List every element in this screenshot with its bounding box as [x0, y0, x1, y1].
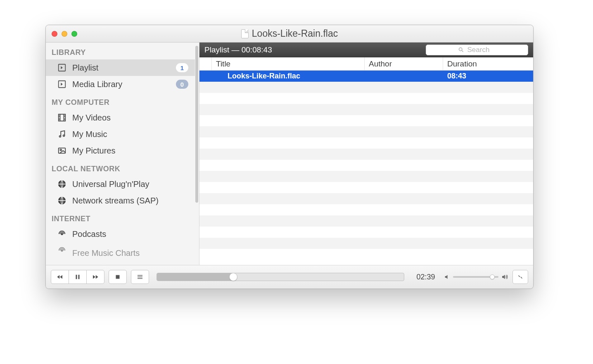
cell-duration: 08:43: [443, 72, 533, 80]
volume-high-icon: [501, 273, 508, 281]
playlist-icon: [57, 63, 66, 72]
playlist-header: Playlist — 00:08:43: [199, 43, 533, 57]
window-title: Looks-Like-Rain.flac: [252, 28, 338, 39]
table-row: [199, 149, 533, 160]
stop-button[interactable]: [109, 270, 127, 284]
column-author[interactable]: Author: [365, 57, 443, 70]
table-header: Title Author Duration: [199, 57, 533, 71]
table-row: [199, 182, 533, 193]
fullscreen-button[interactable]: [512, 270, 528, 284]
playlist-toggle-button[interactable]: [131, 270, 149, 284]
table-row: [199, 104, 533, 115]
volume-knob[interactable]: [490, 274, 495, 279]
sidebar-item-label: Universal Plug'n'Play: [72, 180, 188, 189]
playlist-header-label: Playlist — 00:08:43: [204, 45, 420, 54]
table-row: [199, 82, 533, 93]
sidebar-item-label: My Music: [72, 130, 188, 139]
sidebar-section-library: LIBRARY: [46, 43, 195, 59]
next-button[interactable]: [86, 270, 104, 284]
svg-rect-13: [78, 275, 80, 279]
table-row: [199, 238, 533, 249]
sidebar-item-my-videos[interactable]: My Videos: [46, 109, 195, 126]
pictures-icon: [57, 146, 66, 155]
table-row: [199, 137, 533, 149]
search-field[interactable]: [426, 45, 528, 55]
svg-rect-2: [59, 114, 66, 121]
network-icon: [57, 196, 66, 205]
table-body: Looks-Like-Rain.flac 08:43: [199, 71, 533, 265]
volume-control: [444, 273, 508, 281]
minimize-window-button[interactable]: [62, 31, 67, 37]
volume-slider[interactable]: [453, 276, 498, 278]
search-input[interactable]: [467, 46, 496, 54]
network-icon: [57, 180, 66, 189]
zoom-window-button[interactable]: [71, 31, 77, 37]
sidebar: LIBRARY Playlist 1 Media Library 0 MY CO…: [46, 43, 199, 265]
podcast-icon: [57, 246, 66, 255]
close-window-button[interactable]: [52, 31, 57, 37]
volume-low-icon: [444, 274, 451, 280]
svg-rect-14: [116, 275, 120, 279]
svg-point-6: [60, 149, 62, 151]
document-icon: [241, 29, 249, 38]
app-window: Looks-Like-Rain.flac LIBRARY Playlist 1: [45, 25, 534, 289]
seek-bar[interactable]: [157, 273, 404, 281]
svg-point-10: [61, 250, 63, 251]
seek-knob[interactable]: [229, 273, 237, 281]
transport-group: [51, 270, 104, 284]
svg-rect-12: [76, 275, 77, 279]
sidebar-scrollbar[interactable]: [195, 46, 198, 203]
table-row: [199, 171, 533, 182]
pause-button[interactable]: [69, 270, 87, 284]
sidebar-item-label: My Videos: [72, 113, 188, 123]
table-row: [199, 215, 533, 227]
control-bar: 02:39: [46, 265, 533, 288]
table-row: [199, 160, 533, 171]
window-body: LIBRARY Playlist 1 Media Library 0 MY CO…: [46, 43, 533, 265]
table-row: [199, 204, 533, 215]
sidebar-section-internet: INTERNET: [46, 209, 195, 226]
sidebar-item-label: Free Music Charts: [72, 248, 188, 258]
sidebar-section-my-computer: MY COMPUTER: [46, 92, 195, 109]
sidebar-item-podcasts[interactable]: Podcasts: [46, 226, 195, 242]
sidebar-badge: 0: [176, 80, 188, 89]
sidebar-item-label: My Pictures: [72, 146, 188, 156]
media-library-icon: [57, 80, 66, 89]
film-icon: [57, 113, 66, 122]
svg-point-4: [63, 135, 65, 137]
main-pane: Playlist — 00:08:43 Title Author Duratio…: [199, 43, 533, 265]
music-icon: [57, 130, 66, 139]
search-icon: [458, 47, 464, 53]
svg-point-11: [459, 48, 462, 51]
titlebar: Looks-Like-Rain.flac: [46, 25, 533, 43]
table-row: [199, 115, 533, 126]
sidebar-item-label: Media Library: [72, 80, 170, 89]
sidebar-item-playlist[interactable]: Playlist 1: [46, 59, 195, 76]
sidebar-item-label: Playlist: [72, 63, 170, 73]
sidebar-item-upnp[interactable]: Universal Plug'n'Play: [46, 176, 195, 192]
previous-button[interactable]: [51, 270, 69, 284]
traffic-lights: [52, 31, 77, 37]
cell-title: Looks-Like-Rain.flac: [212, 72, 365, 80]
table-row: [199, 126, 533, 137]
sidebar-item-my-music[interactable]: My Music: [46, 126, 195, 142]
table-row[interactable]: Looks-Like-Rain.flac 08:43: [199, 71, 533, 82]
sidebar-badge: 1: [176, 63, 188, 72]
sidebar-item-media-library[interactable]: Media Library 0: [46, 76, 195, 92]
sidebar-item-label: Network streams (SAP): [72, 196, 188, 206]
column-title[interactable]: Title: [212, 57, 365, 70]
seek-fill: [157, 273, 233, 281]
table-row: [199, 193, 533, 204]
svg-rect-5: [59, 148, 66, 154]
column-spacer[interactable]: [199, 57, 212, 70]
sidebar-item-label: Podcasts: [72, 229, 188, 239]
column-duration[interactable]: Duration: [443, 57, 533, 70]
sidebar-section-local-network: LOCAL NETWORK: [46, 159, 195, 176]
sidebar-item-sap[interactable]: Network streams (SAP): [46, 192, 195, 209]
sidebar-item-my-pictures[interactable]: My Pictures: [46, 142, 195, 159]
podcast-icon: [57, 229, 66, 239]
svg-point-3: [59, 136, 61, 137]
sidebar-item-free-music-charts[interactable]: Free Music Charts: [46, 242, 195, 259]
table-row: [199, 93, 533, 104]
current-time: 02:39: [412, 273, 440, 281]
